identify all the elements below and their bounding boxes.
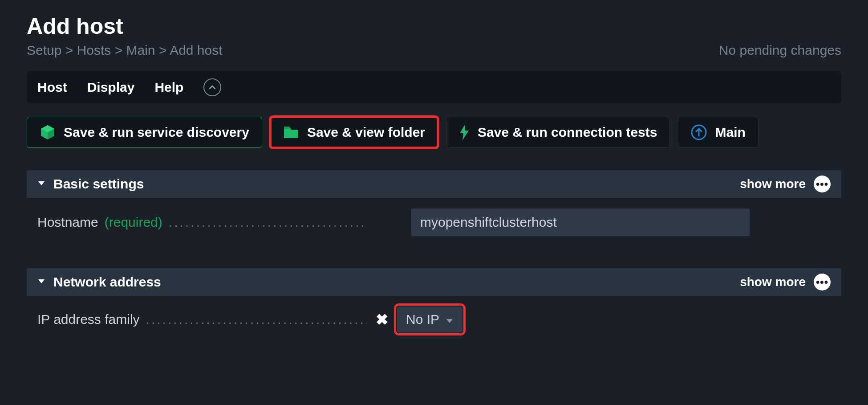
label-dots: ........................................… [146, 312, 367, 327]
section-body: Hostname (required) ....................… [27, 198, 841, 250]
triangle-down-icon [37, 277, 45, 285]
breadcrumb-item[interactable]: Hosts [77, 43, 111, 57]
section-collapse-toggle[interactable] [37, 179, 45, 189]
more-menu-icon[interactable]: ••• [814, 176, 831, 192]
main-button[interactable]: Main [678, 117, 758, 148]
more-menu-icon[interactable]: ••• [814, 274, 831, 290]
ip-family-label: IP address family [37, 312, 140, 327]
button-label: Save & run service discovery [64, 125, 249, 140]
save-run-tests-button[interactable]: Save & run connection tests [446, 117, 670, 148]
label-dots: ........................................… [169, 215, 367, 230]
chevron-up-icon [209, 84, 216, 91]
section-body: IP address family ......................… [27, 296, 841, 347]
breadcrumb: Setup > Hosts > Main > Add host [27, 43, 223, 58]
menu-bar: Host Display Help [27, 71, 841, 103]
triangle-down-icon [37, 179, 45, 187]
hostname-field-row: Hostname (required) ....................… [37, 209, 831, 236]
section-collapse-toggle[interactable] [37, 277, 45, 287]
hostname-label: Hostname [37, 215, 98, 230]
breadcrumb-item: Add host [170, 43, 222, 57]
menu-display[interactable]: Display [87, 80, 135, 95]
breadcrumb-item[interactable]: Setup [27, 43, 61, 57]
caret-down-icon [446, 312, 454, 327]
button-label: Save & view folder [307, 125, 425, 140]
breadcrumb-item[interactable]: Main [126, 43, 155, 57]
button-label: Save & run connection tests [478, 125, 657, 140]
pending-changes-status: No pending changes [719, 43, 841, 58]
network-address-section: Network address show more ••• IP address… [27, 268, 841, 347]
show-more-link[interactable]: show more [740, 275, 806, 289]
hostname-input[interactable] [411, 209, 750, 236]
section-title: Basic settings [53, 176, 144, 192]
collapse-toggle-icon[interactable] [203, 78, 221, 96]
section-header: Basic settings show more ••• [27, 170, 841, 198]
ip-family-field-row: IP address family ......................… [37, 307, 831, 332]
breadcrumb-separator: > [115, 43, 123, 57]
basic-settings-section: Basic settings show more ••• Hostname (r… [27, 170, 841, 250]
save-view-folder-button[interactable]: Save & view folder [270, 117, 438, 148]
bolt-icon [459, 124, 470, 140]
section-title: Network address [53, 274, 161, 290]
breadcrumb-separator: > [65, 43, 73, 57]
clear-icon[interactable]: ✖ [376, 311, 388, 328]
section-header: Network address show more ••• [27, 268, 841, 296]
header-row: Setup > Hosts > Main > Add host No pendi… [27, 43, 841, 58]
breadcrumb-separator: > [159, 43, 167, 57]
button-label: Main [715, 125, 745, 140]
save-run-discovery-button[interactable]: Save & run service discovery [27, 117, 262, 148]
show-more-link[interactable]: show more [740, 177, 806, 191]
select-value: No IP [406, 312, 439, 327]
action-bar: Save & run service discovery Save & view… [27, 117, 841, 148]
cube-icon [40, 124, 56, 140]
page-title: Add host [27, 13, 841, 39]
required-indicator: (required) [105, 215, 162, 230]
back-circle-icon [691, 124, 707, 140]
menu-host[interactable]: Host [37, 80, 67, 95]
folder-icon [283, 126, 299, 139]
ip-family-select[interactable]: No IP [397, 307, 462, 332]
menu-help[interactable]: Help [154, 80, 183, 95]
